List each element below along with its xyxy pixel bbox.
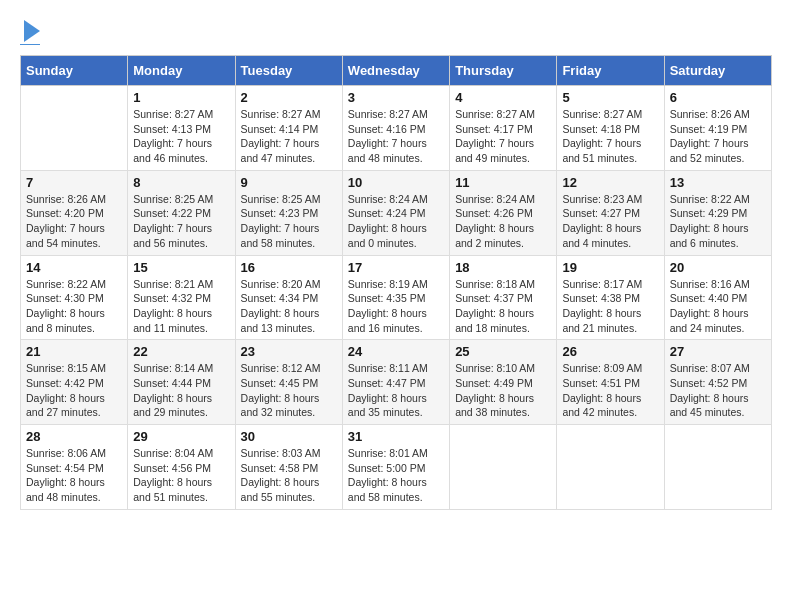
day-number: 4 [455,90,551,105]
day-info: Sunrise: 8:27 AMSunset: 4:17 PMDaylight:… [455,107,551,166]
day-number: 12 [562,175,658,190]
week-row-4: 21 Sunrise: 8:15 AMSunset: 4:42 PMDaylig… [21,340,772,425]
week-row-2: 7 Sunrise: 8:26 AMSunset: 4:20 PMDayligh… [21,170,772,255]
day-number: 31 [348,429,444,444]
header-saturday: Saturday [664,56,771,86]
day-info: Sunrise: 8:27 AMSunset: 4:13 PMDaylight:… [133,107,229,166]
day-cell: 9 Sunrise: 8:25 AMSunset: 4:23 PMDayligh… [235,170,342,255]
day-number: 2 [241,90,337,105]
day-number: 11 [455,175,551,190]
day-info: Sunrise: 8:19 AMSunset: 4:35 PMDaylight:… [348,277,444,336]
day-cell: 25 Sunrise: 8:10 AMSunset: 4:49 PMDaylig… [450,340,557,425]
day-info: Sunrise: 8:26 AMSunset: 4:19 PMDaylight:… [670,107,766,166]
day-cell: 11 Sunrise: 8:24 AMSunset: 4:26 PMDaylig… [450,170,557,255]
logo [20,20,40,45]
week-row-5: 28 Sunrise: 8:06 AMSunset: 4:54 PMDaylig… [21,425,772,510]
day-number: 5 [562,90,658,105]
day-cell: 1 Sunrise: 8:27 AMSunset: 4:13 PMDayligh… [128,86,235,171]
day-info: Sunrise: 8:16 AMSunset: 4:40 PMDaylight:… [670,277,766,336]
day-info: Sunrise: 8:17 AMSunset: 4:38 PMDaylight:… [562,277,658,336]
day-cell [21,86,128,171]
day-number: 9 [241,175,337,190]
day-number: 13 [670,175,766,190]
page-header [20,20,772,45]
day-cell: 29 Sunrise: 8:04 AMSunset: 4:56 PMDaylig… [128,425,235,510]
day-number: 19 [562,260,658,275]
day-info: Sunrise: 8:15 AMSunset: 4:42 PMDaylight:… [26,361,122,420]
day-cell: 31 Sunrise: 8:01 AMSunset: 5:00 PMDaylig… [342,425,449,510]
day-info: Sunrise: 8:07 AMSunset: 4:52 PMDaylight:… [670,361,766,420]
calendar-header-row: SundayMondayTuesdayWednesdayThursdayFrid… [21,56,772,86]
day-cell: 22 Sunrise: 8:14 AMSunset: 4:44 PMDaylig… [128,340,235,425]
day-cell: 20 Sunrise: 8:16 AMSunset: 4:40 PMDaylig… [664,255,771,340]
day-info: Sunrise: 8:27 AMSunset: 4:16 PMDaylight:… [348,107,444,166]
day-info: Sunrise: 8:25 AMSunset: 4:23 PMDaylight:… [241,192,337,251]
day-number: 26 [562,344,658,359]
day-number: 8 [133,175,229,190]
day-number: 18 [455,260,551,275]
day-cell: 4 Sunrise: 8:27 AMSunset: 4:17 PMDayligh… [450,86,557,171]
logo-arrow-icon [24,20,40,42]
day-info: Sunrise: 8:11 AMSunset: 4:47 PMDaylight:… [348,361,444,420]
calendar-table: SundayMondayTuesdayWednesdayThursdayFrid… [20,55,772,510]
day-number: 30 [241,429,337,444]
day-number: 1 [133,90,229,105]
day-cell: 10 Sunrise: 8:24 AMSunset: 4:24 PMDaylig… [342,170,449,255]
header-thursday: Thursday [450,56,557,86]
day-number: 21 [26,344,122,359]
day-info: Sunrise: 8:21 AMSunset: 4:32 PMDaylight:… [133,277,229,336]
day-number: 17 [348,260,444,275]
day-cell: 27 Sunrise: 8:07 AMSunset: 4:52 PMDaylig… [664,340,771,425]
header-wednesday: Wednesday [342,56,449,86]
day-info: Sunrise: 8:14 AMSunset: 4:44 PMDaylight:… [133,361,229,420]
day-cell [450,425,557,510]
day-cell: 5 Sunrise: 8:27 AMSunset: 4:18 PMDayligh… [557,86,664,171]
header-sunday: Sunday [21,56,128,86]
day-info: Sunrise: 8:27 AMSunset: 4:18 PMDaylight:… [562,107,658,166]
day-cell: 8 Sunrise: 8:25 AMSunset: 4:22 PMDayligh… [128,170,235,255]
day-cell: 12 Sunrise: 8:23 AMSunset: 4:27 PMDaylig… [557,170,664,255]
day-info: Sunrise: 8:03 AMSunset: 4:58 PMDaylight:… [241,446,337,505]
day-number: 6 [670,90,766,105]
day-info: Sunrise: 8:10 AMSunset: 4:49 PMDaylight:… [455,361,551,420]
day-number: 29 [133,429,229,444]
header-friday: Friday [557,56,664,86]
week-row-3: 14 Sunrise: 8:22 AMSunset: 4:30 PMDaylig… [21,255,772,340]
day-info: Sunrise: 8:01 AMSunset: 5:00 PMDaylight:… [348,446,444,505]
day-info: Sunrise: 8:23 AMSunset: 4:27 PMDaylight:… [562,192,658,251]
day-cell [664,425,771,510]
day-cell: 19 Sunrise: 8:17 AMSunset: 4:38 PMDaylig… [557,255,664,340]
day-info: Sunrise: 8:04 AMSunset: 4:56 PMDaylight:… [133,446,229,505]
day-info: Sunrise: 8:27 AMSunset: 4:14 PMDaylight:… [241,107,337,166]
day-info: Sunrise: 8:24 AMSunset: 4:26 PMDaylight:… [455,192,551,251]
day-info: Sunrise: 8:20 AMSunset: 4:34 PMDaylight:… [241,277,337,336]
day-cell: 3 Sunrise: 8:27 AMSunset: 4:16 PMDayligh… [342,86,449,171]
day-cell: 15 Sunrise: 8:21 AMSunset: 4:32 PMDaylig… [128,255,235,340]
header-tuesday: Tuesday [235,56,342,86]
day-cell: 16 Sunrise: 8:20 AMSunset: 4:34 PMDaylig… [235,255,342,340]
day-cell [557,425,664,510]
day-cell: 28 Sunrise: 8:06 AMSunset: 4:54 PMDaylig… [21,425,128,510]
day-info: Sunrise: 8:22 AMSunset: 4:29 PMDaylight:… [670,192,766,251]
day-number: 27 [670,344,766,359]
day-cell: 17 Sunrise: 8:19 AMSunset: 4:35 PMDaylig… [342,255,449,340]
day-number: 14 [26,260,122,275]
day-info: Sunrise: 8:12 AMSunset: 4:45 PMDaylight:… [241,361,337,420]
day-cell: 24 Sunrise: 8:11 AMSunset: 4:47 PMDaylig… [342,340,449,425]
day-info: Sunrise: 8:09 AMSunset: 4:51 PMDaylight:… [562,361,658,420]
day-number: 15 [133,260,229,275]
day-cell: 7 Sunrise: 8:26 AMSunset: 4:20 PMDayligh… [21,170,128,255]
day-number: 10 [348,175,444,190]
day-number: 20 [670,260,766,275]
day-number: 28 [26,429,122,444]
day-cell: 14 Sunrise: 8:22 AMSunset: 4:30 PMDaylig… [21,255,128,340]
day-number: 24 [348,344,444,359]
day-cell: 30 Sunrise: 8:03 AMSunset: 4:58 PMDaylig… [235,425,342,510]
day-number: 23 [241,344,337,359]
day-number: 22 [133,344,229,359]
header-monday: Monday [128,56,235,86]
day-number: 25 [455,344,551,359]
day-info: Sunrise: 8:06 AMSunset: 4:54 PMDaylight:… [26,446,122,505]
day-info: Sunrise: 8:25 AMSunset: 4:22 PMDaylight:… [133,192,229,251]
day-number: 7 [26,175,122,190]
